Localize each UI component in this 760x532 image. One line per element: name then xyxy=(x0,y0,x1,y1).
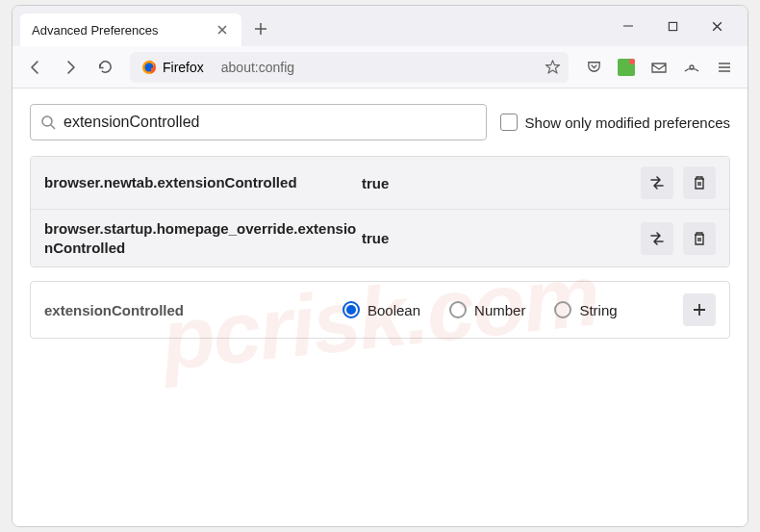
search-input[interactable] xyxy=(63,114,476,131)
checkbox-label-text: Show only modified preferences xyxy=(525,114,730,131)
type-radio-group: Boolean Number String xyxy=(342,301,683,318)
delete-button[interactable] xyxy=(683,222,716,255)
radio-label: String xyxy=(579,302,617,318)
pref-row[interactable]: browser.startup.homepage_override.extens… xyxy=(31,210,729,266)
radio-string[interactable]: String xyxy=(554,301,617,318)
toggle-button[interactable] xyxy=(641,222,673,255)
back-button[interactable] xyxy=(20,52,51,83)
svg-point-4 xyxy=(42,116,52,126)
firefox-logo-icon xyxy=(141,60,157,75)
close-tab-button[interactable] xyxy=(215,22,230,38)
menu-button[interactable] xyxy=(709,52,740,83)
radio-label: Boolean xyxy=(367,302,420,318)
url-text: about:config xyxy=(221,60,294,75)
show-modified-checkbox[interactable]: Show only modified preferences xyxy=(500,114,730,131)
account-button[interactable] xyxy=(676,52,707,83)
close-window-button[interactable] xyxy=(703,13,730,39)
radio-number[interactable]: Number xyxy=(449,301,525,318)
titlebar: Advanced Preferences xyxy=(13,6,747,46)
radio-icon xyxy=(449,301,467,318)
pref-row[interactable]: browser.newtab.extensionControlled true xyxy=(31,157,729,210)
mail-button[interactable] xyxy=(644,52,674,83)
new-pref-name: extensionControlled xyxy=(44,302,342,318)
radio-icon xyxy=(342,301,360,318)
preferences-table: browser.newtab.extensionControlled true … xyxy=(30,156,730,267)
reload-button[interactable] xyxy=(89,52,120,83)
search-icon xyxy=(40,114,56,130)
svg-rect-0 xyxy=(669,22,676,30)
pref-value: true xyxy=(362,230,641,246)
pref-name: browser.startup.homepage_override.extens… xyxy=(44,219,362,257)
extension-button[interactable] xyxy=(611,52,642,83)
toolbar: Firefox about:config xyxy=(13,46,747,89)
radio-boolean[interactable]: Boolean xyxy=(342,301,420,318)
radio-icon xyxy=(554,301,571,318)
pref-value: true xyxy=(362,175,641,191)
search-box[interactable] xyxy=(30,104,487,140)
delete-button[interactable] xyxy=(683,166,716,199)
browser-tab[interactable]: Advanced Preferences xyxy=(20,13,241,46)
new-pref-row: extensionControlled Boolean Number Strin… xyxy=(30,281,730,339)
pocket-button[interactable] xyxy=(578,52,609,83)
checkbox-icon xyxy=(500,114,518,131)
minimize-button[interactable] xyxy=(615,13,642,39)
svg-point-3 xyxy=(690,65,694,69)
bookmark-star-button[interactable] xyxy=(545,59,561,75)
identity-box[interactable]: Firefox xyxy=(138,58,214,77)
pref-name: browser.newtab.extensionControlled xyxy=(44,173,362,192)
window-controls xyxy=(615,13,747,39)
content-area: pcrisk.com Show only modified preference… xyxy=(13,89,747,526)
toggle-button[interactable] xyxy=(641,166,673,199)
radio-label: Number xyxy=(474,302,525,318)
new-tab-button[interactable] xyxy=(247,15,274,42)
url-bar[interactable]: Firefox about:config xyxy=(130,52,569,83)
extension-icon xyxy=(618,59,635,76)
forward-button[interactable] xyxy=(55,52,86,83)
identity-label: Firefox xyxy=(163,60,204,75)
maximize-button[interactable] xyxy=(659,13,686,39)
add-button[interactable] xyxy=(683,293,716,326)
tab-title: Advanced Preferences xyxy=(32,23,215,38)
